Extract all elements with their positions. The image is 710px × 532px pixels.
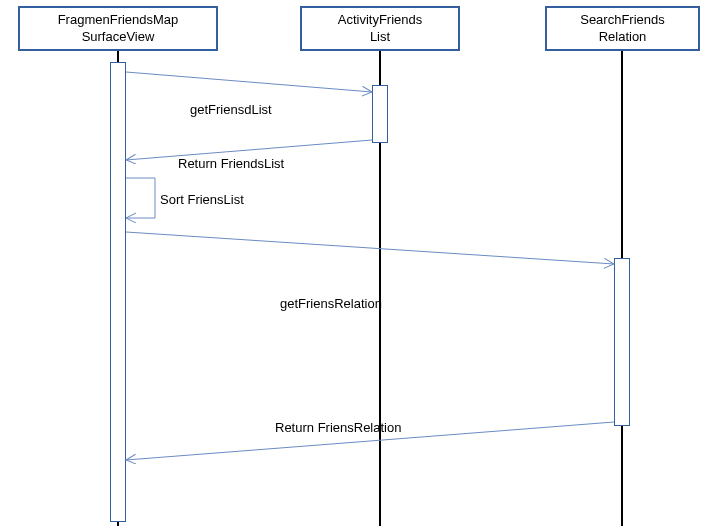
label-getfriendslist: getFriensdList bbox=[190, 102, 272, 117]
label-getfriendsrelation: getFriensRelation bbox=[280, 296, 382, 311]
arrow-sort-friendslist bbox=[126, 178, 155, 218]
label-sort-friendslist: Sort FriensList bbox=[160, 192, 244, 207]
label-return-friendsrelation: Return FriensRelation bbox=[275, 420, 401, 435]
arrow-getfriendsrelation bbox=[126, 232, 614, 264]
sequence-arrows-svg bbox=[0, 0, 710, 532]
arrow-getfriendslist bbox=[126, 72, 372, 92]
label-return-friendslist: Return FriendsList bbox=[178, 156, 284, 171]
